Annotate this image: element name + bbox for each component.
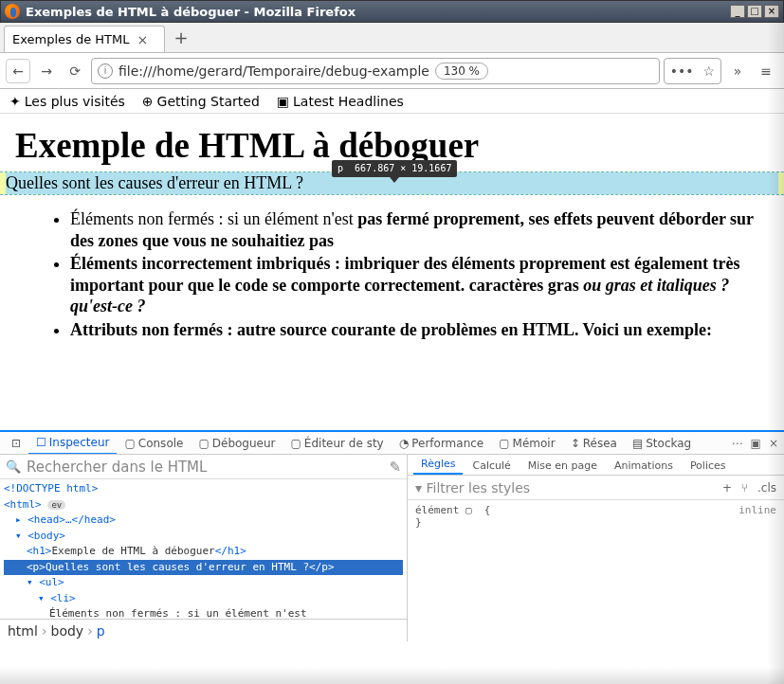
zoom-badge[interactable]: 130 %	[435, 63, 488, 80]
pseudo-button[interactable]: ⑂	[741, 481, 748, 495]
devtools-close-icon[interactable]: ×	[769, 437, 778, 450]
pick-element-button[interactable]: ⊡	[4, 432, 28, 455]
url-bar[interactable]: i file:///home/gerard/Temporaire/debug-e…	[91, 58, 660, 84]
markup-search[interactable]: 🔍 Rechercher dans le HTML ✎	[0, 455, 407, 479]
rtab-layout[interactable]: Mise en page	[520, 457, 605, 475]
bookmarks-toolbar: ✦Les plus visités ⊕Getting Started ▣Late…	[0, 89, 784, 114]
more-icon[interactable]: •••	[670, 63, 694, 79]
tab-inspector[interactable]: ☐ Inspecteur	[28, 432, 117, 455]
dom-tree[interactable]: <!DOCTYPE html> <html> ev ▸ <head>…</hea…	[0, 479, 407, 619]
rtab-computed[interactable]: Calculé	[465, 457, 518, 475]
menu-button[interactable]: ≡	[754, 59, 778, 83]
new-tab-button[interactable]: +	[169, 26, 193, 52]
back-button[interactable]: ←	[6, 59, 30, 83]
bookmark-latest-headlines[interactable]: ▣Latest Headlines	[277, 94, 404, 109]
forward-button[interactable]: →	[34, 59, 59, 83]
firefox-icon	[5, 4, 20, 19]
tab-label: Exemples de HTML	[12, 32, 130, 46]
bookmark-icon[interactable]: ☆	[702, 63, 715, 79]
tab-memory[interactable]: ▢ Mémoir	[491, 432, 562, 455]
page-list: Éléments non fermés : si un élément n'es…	[70, 208, 769, 340]
rtab-fonts[interactable]: Polices	[683, 457, 734, 475]
page-actions: ••• ☆	[664, 58, 721, 84]
rtab-rules[interactable]: Règles	[413, 455, 463, 475]
window-title: Exemples de HTML à déboguer - Mozilla Fi…	[26, 5, 356, 19]
search-icon: 🔍	[6, 459, 21, 474]
funnel-icon: ▾	[415, 480, 422, 495]
breadcrumb[interactable]: html› body› p	[0, 619, 407, 641]
devtools-panel: ⊡ ☐ Inspecteur ▢ Console ▢ Débogueur ▢ É…	[0, 430, 784, 641]
star-icon: ✦	[9, 94, 21, 109]
add-rule-button[interactable]: +	[722, 481, 732, 495]
cls-button[interactable]: .cls	[757, 481, 776, 495]
bookmark-getting-started[interactable]: ⊕Getting Started	[142, 94, 260, 109]
list-item: Éléments non fermés : si un élément n'es…	[70, 208, 769, 251]
inspector-rules-pane: Règles Calculé Mise en page Animations P…	[408, 455, 784, 641]
selected-node: <p>Quelles sont les causes d'erreur en H…	[4, 560, 403, 576]
page-content: Exemple de HTML à déboguer Quelles sont …	[0, 114, 784, 430]
list-item: Éléments incorrectement imbriqués : imbr…	[70, 253, 769, 317]
devtools-tabstrip: ⊡ ☐ Inspecteur ▢ Console ▢ Débogueur ▢ É…	[0, 432, 784, 455]
rules-list[interactable]: élément ▢ { inline }	[408, 500, 784, 641]
svg-marker-0	[390, 177, 399, 183]
rtab-animations[interactable]: Animations	[607, 457, 681, 475]
search-placeholder: Rechercher dans le HTML	[27, 459, 207, 476]
rules-tabstrip: Règles Calculé Mise en page Animations P…	[408, 455, 784, 476]
styles-filter[interactable]: ▾ Filtrer les styles + ⑂ .cls	[408, 476, 784, 500]
list-item: Attributs non fermés : autre source cour…	[70, 319, 769, 341]
browser-tab[interactable]: Exemples de HTML ×	[4, 26, 165, 52]
dimensions-tooltip: p 667.867 × 19.1667	[332, 160, 457, 177]
rss-icon: ▣	[277, 94, 289, 109]
tab-debugger[interactable]: ▢ Débogueur	[191, 432, 283, 455]
overflow-button[interactable]: »	[725, 59, 750, 83]
tab-storage[interactable]: ▤ Stockag	[625, 432, 699, 455]
url-text: file:///home/gerard/Temporaire/debug-exa…	[119, 63, 429, 79]
window-maximize-button[interactable]: □	[747, 5, 762, 18]
reload-button[interactable]: ⟳	[63, 59, 87, 83]
window-titlebar: Exemples de HTML à déboguer - Mozilla Fi…	[0, 0, 784, 23]
globe-icon: ⊕	[142, 94, 154, 109]
close-icon[interactable]: ×	[137, 32, 149, 47]
bookmark-most-visited[interactable]: ✦Les plus visités	[9, 94, 125, 109]
window-minimize-button[interactable]: _	[730, 5, 745, 18]
edit-icon[interactable]: ✎	[389, 459, 401, 476]
tab-strip: Exemples de HTML × +	[0, 23, 784, 53]
inspector-markup-pane: 🔍 Rechercher dans le HTML ✎ <!DOCTYPE ht…	[0, 455, 408, 641]
devtools-dock-icon[interactable]: ▣	[751, 437, 761, 450]
tab-console[interactable]: ▢ Console	[117, 432, 191, 455]
devtools-options-icon[interactable]: ⋯	[732, 437, 743, 450]
info-icon[interactable]: i	[98, 63, 113, 79]
window-close-button[interactable]: ×	[764, 5, 779, 18]
tab-network[interactable]: ↕ Résea	[563, 432, 625, 455]
tab-performance[interactable]: ◔ Performance	[392, 432, 492, 455]
nav-toolbar: ← → ⟳ i file:///home/gerard/Temporaire/d…	[0, 53, 784, 89]
tab-style-editor[interactable]: ▢ Éditeur de sty	[283, 432, 392, 455]
